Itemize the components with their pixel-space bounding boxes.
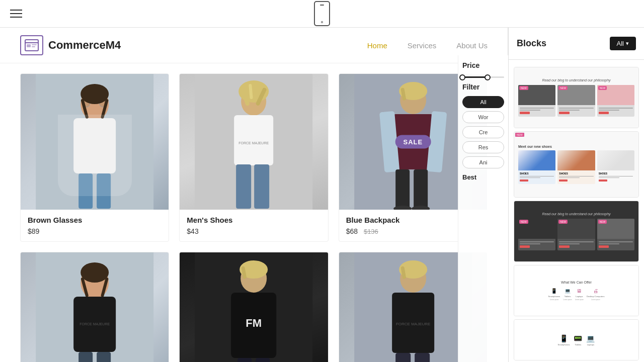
product-price-1: $89 bbox=[28, 227, 162, 235]
blocks-list[interactable]: Read our blog to understand our philosop… bbox=[509, 60, 644, 362]
product-name-2: Men's Shoes bbox=[187, 216, 320, 224]
price-slider[interactable] bbox=[462, 74, 504, 80]
svg-rect-23 bbox=[236, 164, 251, 209]
slider-fill bbox=[462, 76, 488, 78]
site-logo: CommerceM4 bbox=[20, 35, 121, 55]
svg-rect-9 bbox=[97, 173, 111, 209]
best-label: Best bbox=[462, 173, 504, 181]
svg-rect-43 bbox=[78, 352, 93, 362]
product-price-original-3: $136 bbox=[364, 228, 378, 235]
svg-text:FORCE MAJEURE: FORCE MAJEURE bbox=[239, 141, 269, 145]
product-card-5[interactable]: FM bbox=[179, 252, 328, 362]
product-name-1: Brown Glasses bbox=[28, 216, 162, 224]
svg-rect-2 bbox=[27, 44, 31, 47]
svg-rect-7 bbox=[73, 118, 116, 173]
website-preview[interactable]: CommerceM4 Home Services About Us bbox=[0, 28, 508, 362]
filter-tag-ani[interactable]: Ani bbox=[462, 156, 504, 168]
product-card-2[interactable]: FORCE MAJEURE Men's Shoes $43 bbox=[179, 73, 328, 242]
product-image-5: FM bbox=[180, 252, 328, 362]
blocks-panel: Blocks All Read our blog to understand o… bbox=[508, 28, 644, 362]
nav-home[interactable]: Home bbox=[367, 41, 387, 50]
block-item-blog-light[interactable]: Read our blog to understand our philosop… bbox=[514, 67, 639, 128]
svg-rect-3 bbox=[32, 44, 37, 45]
product-info-1: Brown Glasses $89 bbox=[21, 210, 169, 241]
block-item-devices[interactable]: 📱 Smartphones 📟 Tablets 💻 Laptops bbox=[514, 319, 639, 360]
svg-rect-8 bbox=[78, 173, 93, 209]
content-area: CommerceM4 Home Services About Us bbox=[0, 28, 644, 362]
slider-track bbox=[462, 76, 504, 78]
smartphone-icon: 📱 bbox=[559, 334, 568, 342]
hamburger-menu-button[interactable] bbox=[10, 10, 22, 18]
products-section: Brown Glasses $89 bbox=[0, 63, 508, 362]
mobile-preview-button[interactable] bbox=[314, 1, 330, 26]
product-image-2: FORCE MAJEURE bbox=[180, 74, 328, 210]
logo-icon bbox=[20, 35, 43, 55]
block-preview-devices: 📱 Smartphones 📟 Tablets 💻 Laptops bbox=[514, 320, 638, 360]
nav-about[interactable]: About Us bbox=[456, 41, 488, 50]
filter-tag-all[interactable]: All bbox=[462, 96, 504, 108]
filter-label: Filter bbox=[462, 83, 504, 91]
blocks-title: Blocks bbox=[517, 38, 546, 49]
product-image-4: FORCE MAJEURE bbox=[21, 252, 169, 362]
filter-tag-wor[interactable]: Wor bbox=[462, 111, 504, 123]
block-item-shoes[interactable]: Meet our new shoes NEW SHOES bbox=[514, 131, 639, 198]
site-nav: Home Services About Us bbox=[367, 41, 488, 50]
svg-rect-33 bbox=[414, 169, 428, 209]
product-card-4[interactable]: FORCE MAJEURE bbox=[20, 252, 169, 362]
svg-text:FORCE MAJEURE: FORCE MAJEURE bbox=[396, 322, 430, 326]
nav-services[interactable]: Services bbox=[408, 41, 437, 50]
toolbar-left bbox=[10, 10, 22, 18]
block-item-blog-dark[interactable]: Read our blog to understand our philosop… bbox=[514, 201, 639, 262]
site-logo-text: CommerceM4 bbox=[48, 39, 121, 52]
sale-badge: SALE bbox=[395, 135, 431, 149]
block-item-services[interactable]: What We Can Offer 📱 Smartphones Lorem ip… bbox=[514, 265, 639, 316]
block-preview-blog-light: Read our blog to understand our philosop… bbox=[514, 67, 638, 128]
svg-rect-51 bbox=[237, 358, 252, 362]
block-preview-services: What We Can Offer 📱 Smartphones Lorem ip… bbox=[514, 265, 638, 316]
toolbar-center bbox=[314, 1, 330, 26]
blocks-header: Blocks All bbox=[509, 28, 644, 60]
svg-text:FM: FM bbox=[246, 317, 262, 329]
mobile-home-button bbox=[321, 21, 323, 23]
svg-rect-32 bbox=[395, 169, 410, 209]
svg-rect-21 bbox=[234, 115, 273, 165]
product-card-1[interactable]: Brown Glasses $89 bbox=[20, 73, 169, 242]
block-preview-blog-dark: Read our blog to understand our philosop… bbox=[514, 201, 638, 261]
svg-rect-1 bbox=[25, 42, 38, 43]
svg-rect-44 bbox=[97, 352, 111, 362]
filter-tag-cre[interactable]: Cre bbox=[462, 126, 504, 138]
svg-point-12 bbox=[80, 84, 109, 104]
svg-rect-24 bbox=[254, 164, 269, 209]
svg-point-38 bbox=[80, 262, 109, 283]
svg-rect-4 bbox=[32, 46, 35, 47]
all-dropdown-button[interactable]: All bbox=[610, 37, 636, 50]
filter-overlay: Price Filter All Wor Cre Res Ani Best bbox=[458, 55, 508, 362]
svg-rect-60 bbox=[415, 353, 430, 362]
site-header: CommerceM4 Home Services About Us bbox=[0, 28, 508, 63]
svg-rect-52 bbox=[256, 358, 270, 362]
tablet-icon: 📟 bbox=[574, 334, 582, 342]
products-grid: Brown Glasses $89 bbox=[20, 73, 488, 362]
laptop-icon: 💻 bbox=[586, 334, 595, 342]
svg-rect-59 bbox=[395, 353, 411, 362]
filter-tag-res[interactable]: Res bbox=[462, 141, 504, 153]
product-info-2: Men's Shoes $43 bbox=[180, 210, 328, 241]
slider-thumb-max[interactable] bbox=[485, 74, 491, 80]
block-preview-shoes: Meet our new shoes NEW SHOES bbox=[514, 132, 638, 197]
product-image-1 bbox=[21, 74, 169, 210]
toolbar bbox=[0, 0, 644, 28]
slider-thumb-min[interactable] bbox=[459, 74, 465, 80]
product-price-2: $43 bbox=[187, 227, 320, 235]
price-label: Price bbox=[462, 61, 504, 69]
svg-text:FORCE MAJEURE: FORCE MAJEURE bbox=[79, 322, 110, 326]
